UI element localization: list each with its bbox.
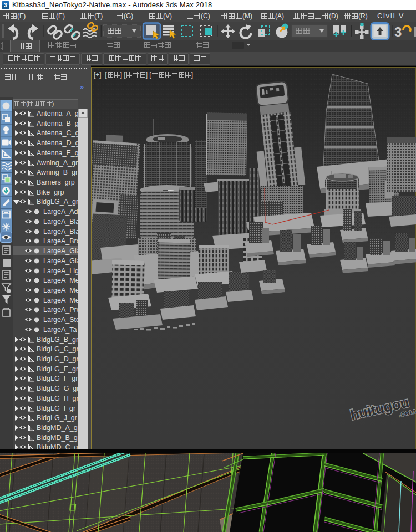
svg-text:3: 3 [394,24,402,39]
svg-text:huitugou: huitugou [349,393,410,423]
svg-text:3: 3 [4,2,7,8]
